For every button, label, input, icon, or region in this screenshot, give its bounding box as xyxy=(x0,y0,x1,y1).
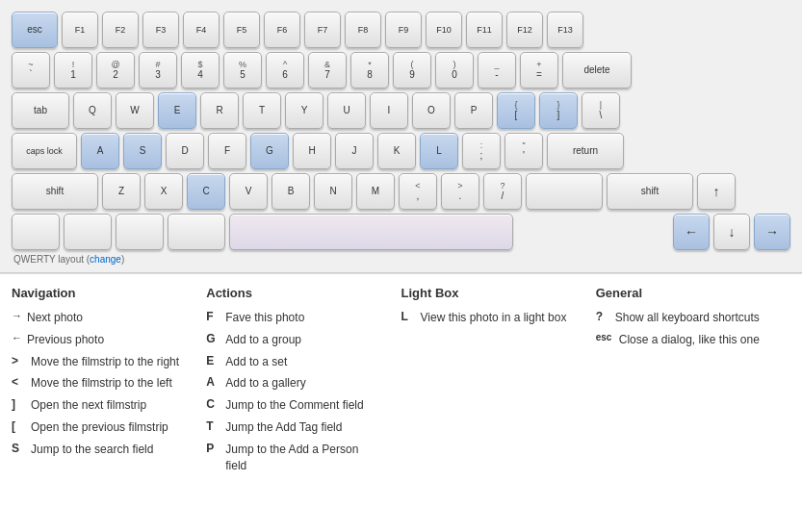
key-shift-right[interactable]: shift xyxy=(607,173,693,210)
key-row-qwerty: tab Q W E R T Y U I O P {[ }] |\ xyxy=(12,92,790,129)
key-f8[interactable]: F8 xyxy=(345,12,381,48)
shortcut-next-filmstrip: ] Open the next filmstrip xyxy=(12,397,196,414)
key-caps[interactable]: caps lock xyxy=(12,133,77,169)
key-7[interactable]: &7 xyxy=(308,52,347,89)
navigation-title: Navigation xyxy=(12,286,196,300)
key-i[interactable]: I xyxy=(370,92,408,129)
shortcut-desc-search: Jump to the search field xyxy=(31,442,153,458)
shortcut-prev-filmstrip: [ Open the previous filmstrip xyxy=(12,419,196,436)
key-slash[interactable]: ?/ xyxy=(483,173,522,210)
key-f9[interactable]: F9 xyxy=(385,12,422,48)
key-j[interactable]: J xyxy=(335,133,374,169)
key-f10[interactable]: F10 xyxy=(426,12,462,48)
key-row-numbers: ~` !1 @2 #3 $4 %5 ^6 &7 *8 (9 )0 _- += d… xyxy=(12,52,790,89)
key-esc[interactable]: esc xyxy=(12,12,58,48)
key-quote[interactable]: "' xyxy=(504,133,543,169)
key-f11[interactable]: F11 xyxy=(466,12,503,48)
key-return[interactable]: return xyxy=(547,133,624,169)
key-down-arrow[interactable]: ↓ xyxy=(713,214,750,250)
shortcut-key-l: L xyxy=(401,310,421,323)
key-m[interactable]: M xyxy=(356,173,395,210)
key-period[interactable]: >. xyxy=(441,173,479,210)
key-l[interactable]: L xyxy=(420,133,458,169)
key-comma[interactable]: <, xyxy=(399,173,437,210)
key-f13[interactable]: F13 xyxy=(547,12,583,48)
general-title: General xyxy=(596,286,781,300)
key-o[interactable]: O xyxy=(412,92,451,129)
key-f[interactable]: F xyxy=(208,133,246,169)
key-t[interactable]: T xyxy=(243,92,281,129)
shortcut-key-e: E xyxy=(206,354,225,367)
key-v[interactable]: V xyxy=(229,173,268,210)
key-tilde[interactable]: ~` xyxy=(12,52,50,89)
key-x[interactable]: X xyxy=(144,173,183,210)
key-n[interactable]: N xyxy=(314,173,352,210)
key-6[interactable]: ^6 xyxy=(266,52,304,89)
shortcut-close-dialog: esc Close a dialog, like this one xyxy=(596,332,781,348)
key-up-arrow[interactable]: ↑ xyxy=(697,173,736,210)
key-8[interactable]: *8 xyxy=(350,52,389,89)
key-left-arrow[interactable]: ← xyxy=(673,214,710,250)
actions-shortcuts: Actions F Fave this photo G Add to a gro… xyxy=(206,286,401,479)
key-backslash[interactable]: |\ xyxy=(582,92,620,129)
key-equals[interactable]: += xyxy=(520,52,558,89)
key-2[interactable]: @2 xyxy=(96,52,135,89)
shortcut-key-g: G xyxy=(206,332,225,345)
key-f2[interactable]: F2 xyxy=(102,12,139,48)
key-b[interactable]: B xyxy=(272,173,310,210)
key-c[interactable]: C xyxy=(187,173,225,210)
key-f12[interactable]: F12 xyxy=(506,12,543,48)
shortcut-key-p: P xyxy=(206,442,225,455)
change-layout-link[interactable]: change xyxy=(90,254,121,265)
shortcut-desc-comment: Jump to the Comment field xyxy=(225,397,363,414)
shortcut-desc-close-dialog: Close a dialog, like this one xyxy=(619,332,760,348)
key-e[interactable]: E xyxy=(158,92,196,129)
key-right-arrow[interactable]: → xyxy=(754,214,790,250)
shortcut-desc-next-photo: Next photo xyxy=(27,310,83,326)
key-5[interactable]: %5 xyxy=(223,52,262,89)
key-r[interactable]: R xyxy=(200,92,239,129)
key-tab[interactable]: tab xyxy=(12,92,69,129)
key-0[interactable]: )0 xyxy=(435,52,474,89)
key-p[interactable]: P xyxy=(454,92,493,129)
key-w[interactable]: W xyxy=(116,92,154,129)
key-y[interactable]: Y xyxy=(285,92,323,129)
key-f3[interactable]: F3 xyxy=(142,12,179,48)
key-q[interactable]: Q xyxy=(73,92,112,129)
key-f1[interactable]: F1 xyxy=(62,12,98,48)
key-g[interactable]: G xyxy=(250,133,289,169)
shortcut-desc-add-gallery: Add to a gallery xyxy=(225,375,305,392)
key-minus[interactable]: _- xyxy=(478,52,516,89)
key-bracket-open[interactable]: {[ xyxy=(497,92,535,129)
layout-note: QWERTY layout (change) xyxy=(13,254,790,268)
key-a[interactable]: A xyxy=(81,133,119,169)
key-delete[interactable]: delete xyxy=(562,52,632,89)
key-1[interactable]: !1 xyxy=(54,52,92,89)
key-3[interactable]: #3 xyxy=(139,52,177,89)
lightbox-shortcuts: Light Box L View this photo in a light b… xyxy=(401,286,596,479)
key-bracket-close[interactable]: }] xyxy=(539,92,578,129)
key-z[interactable]: Z xyxy=(102,173,141,210)
key-f5[interactable]: F5 xyxy=(223,12,260,48)
key-s[interactable]: S xyxy=(123,133,162,169)
key-d[interactable]: D xyxy=(166,133,204,169)
key-shift-left[interactable]: shift xyxy=(12,173,98,210)
key-cmd-left[interactable] xyxy=(168,214,225,250)
key-f7[interactable]: F7 xyxy=(304,12,341,48)
key-ctrl[interactable] xyxy=(64,214,112,250)
key-row-asdf: caps lock A S D F G H J K L :; "' return xyxy=(12,133,790,169)
key-f4[interactable]: F4 xyxy=(183,12,220,48)
key-h[interactable]: H xyxy=(293,133,331,169)
key-9[interactable]: (9 xyxy=(393,52,431,89)
shortcut-desc-lightbox: View this photo in a light box xyxy=(421,310,567,326)
key-semicolon[interactable]: :; xyxy=(462,133,501,169)
key-f6[interactable]: F6 xyxy=(264,12,300,48)
key-fn[interactable] xyxy=(12,214,60,250)
shortcut-key-c: C xyxy=(206,397,225,411)
key-alt-left[interactable] xyxy=(116,214,164,250)
key-4[interactable]: $4 xyxy=(181,52,220,89)
shortcut-desc-prev-photo: Previous photo xyxy=(27,332,104,348)
key-u[interactable]: U xyxy=(327,92,366,129)
key-space[interactable] xyxy=(229,214,513,250)
key-k[interactable]: K xyxy=(377,133,416,169)
